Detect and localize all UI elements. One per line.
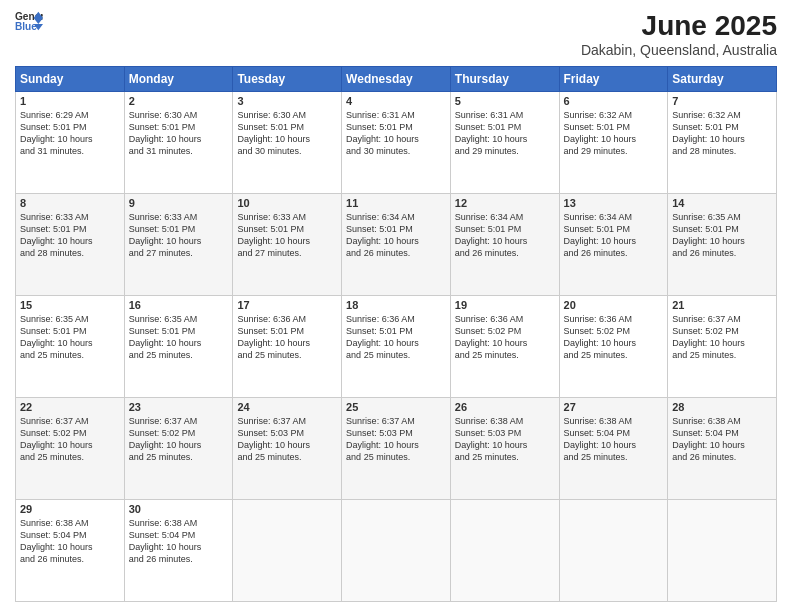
- day-number: 5: [455, 95, 555, 107]
- calendar-day-cell: 27Sunrise: 6:38 AM Sunset: 5:04 PM Dayli…: [559, 398, 668, 500]
- day-number: 29: [20, 503, 120, 515]
- day-number: 23: [129, 401, 229, 413]
- day-number: 2: [129, 95, 229, 107]
- day-info: Sunrise: 6:35 AM Sunset: 5:01 PM Dayligh…: [672, 211, 772, 260]
- day-info: Sunrise: 6:35 AM Sunset: 5:01 PM Dayligh…: [129, 313, 229, 362]
- header: General Blue June 2025 Dakabin, Queensla…: [15, 10, 777, 58]
- calendar-day-cell: 20Sunrise: 6:36 AM Sunset: 5:02 PM Dayli…: [559, 296, 668, 398]
- day-info: Sunrise: 6:33 AM Sunset: 5:01 PM Dayligh…: [237, 211, 337, 260]
- day-info: Sunrise: 6:37 AM Sunset: 5:03 PM Dayligh…: [237, 415, 337, 464]
- calendar-day-cell: [233, 500, 342, 602]
- day-info: Sunrise: 6:34 AM Sunset: 5:01 PM Dayligh…: [346, 211, 446, 260]
- day-info: Sunrise: 6:29 AM Sunset: 5:01 PM Dayligh…: [20, 109, 120, 158]
- calendar-day-cell: 22Sunrise: 6:37 AM Sunset: 5:02 PM Dayli…: [16, 398, 125, 500]
- day-info: Sunrise: 6:36 AM Sunset: 5:02 PM Dayligh…: [564, 313, 664, 362]
- day-info: Sunrise: 6:33 AM Sunset: 5:01 PM Dayligh…: [20, 211, 120, 260]
- calendar-day-cell: 3Sunrise: 6:30 AM Sunset: 5:01 PM Daylig…: [233, 92, 342, 194]
- day-number: 14: [672, 197, 772, 209]
- calendar-header-row: SundayMondayTuesdayWednesdayThursdayFrid…: [16, 67, 777, 92]
- day-info: Sunrise: 6:37 AM Sunset: 5:02 PM Dayligh…: [20, 415, 120, 464]
- calendar-day-cell: [559, 500, 668, 602]
- calendar-day-cell: [342, 500, 451, 602]
- day-number: 18: [346, 299, 446, 311]
- calendar-day-cell: [450, 500, 559, 602]
- calendar-day-cell: 24Sunrise: 6:37 AM Sunset: 5:03 PM Dayli…: [233, 398, 342, 500]
- calendar-day-cell: 15Sunrise: 6:35 AM Sunset: 5:01 PM Dayli…: [16, 296, 125, 398]
- day-info: Sunrise: 6:31 AM Sunset: 5:01 PM Dayligh…: [346, 109, 446, 158]
- day-number: 13: [564, 197, 664, 209]
- calendar-table: SundayMondayTuesdayWednesdayThursdayFrid…: [15, 66, 777, 602]
- day-info: Sunrise: 6:38 AM Sunset: 5:04 PM Dayligh…: [20, 517, 120, 566]
- calendar-day-cell: 1Sunrise: 6:29 AM Sunset: 5:01 PM Daylig…: [16, 92, 125, 194]
- day-number: 25: [346, 401, 446, 413]
- generalblue-logo-icon: General Blue: [15, 10, 43, 32]
- calendar-day-cell: 13Sunrise: 6:34 AM Sunset: 5:01 PM Dayli…: [559, 194, 668, 296]
- day-number: 10: [237, 197, 337, 209]
- day-number: 30: [129, 503, 229, 515]
- day-number: 6: [564, 95, 664, 107]
- calendar-day-cell: 23Sunrise: 6:37 AM Sunset: 5:02 PM Dayli…: [124, 398, 233, 500]
- calendar-day-cell: 6Sunrise: 6:32 AM Sunset: 5:01 PM Daylig…: [559, 92, 668, 194]
- calendar-day-cell: 10Sunrise: 6:33 AM Sunset: 5:01 PM Dayli…: [233, 194, 342, 296]
- day-number: 15: [20, 299, 120, 311]
- calendar-week-row: 8Sunrise: 6:33 AM Sunset: 5:01 PM Daylig…: [16, 194, 777, 296]
- calendar-day-cell: 14Sunrise: 6:35 AM Sunset: 5:01 PM Dayli…: [668, 194, 777, 296]
- calendar-day-cell: 2Sunrise: 6:30 AM Sunset: 5:01 PM Daylig…: [124, 92, 233, 194]
- calendar-week-row: 1Sunrise: 6:29 AM Sunset: 5:01 PM Daylig…: [16, 92, 777, 194]
- day-number: 19: [455, 299, 555, 311]
- day-number: 7: [672, 95, 772, 107]
- day-number: 28: [672, 401, 772, 413]
- day-info: Sunrise: 6:32 AM Sunset: 5:01 PM Dayligh…: [564, 109, 664, 158]
- calendar-day-cell: 9Sunrise: 6:33 AM Sunset: 5:01 PM Daylig…: [124, 194, 233, 296]
- page: General Blue June 2025 Dakabin, Queensla…: [0, 0, 792, 612]
- day-number: 3: [237, 95, 337, 107]
- day-info: Sunrise: 6:36 AM Sunset: 5:01 PM Dayligh…: [346, 313, 446, 362]
- calendar-day-cell: 5Sunrise: 6:31 AM Sunset: 5:01 PM Daylig…: [450, 92, 559, 194]
- day-info: Sunrise: 6:31 AM Sunset: 5:01 PM Dayligh…: [455, 109, 555, 158]
- day-number: 11: [346, 197, 446, 209]
- logo: General Blue: [15, 10, 43, 32]
- day-info: Sunrise: 6:33 AM Sunset: 5:01 PM Dayligh…: [129, 211, 229, 260]
- day-info: Sunrise: 6:37 AM Sunset: 5:02 PM Dayligh…: [672, 313, 772, 362]
- calendar-day-cell: 8Sunrise: 6:33 AM Sunset: 5:01 PM Daylig…: [16, 194, 125, 296]
- day-number: 16: [129, 299, 229, 311]
- calendar-day-cell: 29Sunrise: 6:38 AM Sunset: 5:04 PM Dayli…: [16, 500, 125, 602]
- day-number: 4: [346, 95, 446, 107]
- month-title: June 2025: [581, 10, 777, 42]
- calendar-day-cell: 11Sunrise: 6:34 AM Sunset: 5:01 PM Dayli…: [342, 194, 451, 296]
- calendar-day-cell: 26Sunrise: 6:38 AM Sunset: 5:03 PM Dayli…: [450, 398, 559, 500]
- day-info: Sunrise: 6:30 AM Sunset: 5:01 PM Dayligh…: [237, 109, 337, 158]
- calendar-day-cell: 17Sunrise: 6:36 AM Sunset: 5:01 PM Dayli…: [233, 296, 342, 398]
- day-info: Sunrise: 6:37 AM Sunset: 5:03 PM Dayligh…: [346, 415, 446, 464]
- day-number: 24: [237, 401, 337, 413]
- calendar-day-cell: 28Sunrise: 6:38 AM Sunset: 5:04 PM Dayli…: [668, 398, 777, 500]
- day-info: Sunrise: 6:38 AM Sunset: 5:04 PM Dayligh…: [564, 415, 664, 464]
- calendar-day-cell: 19Sunrise: 6:36 AM Sunset: 5:02 PM Dayli…: [450, 296, 559, 398]
- day-info: Sunrise: 6:38 AM Sunset: 5:03 PM Dayligh…: [455, 415, 555, 464]
- calendar-day-cell: [668, 500, 777, 602]
- location-title: Dakabin, Queensland, Australia: [581, 42, 777, 58]
- col-header-thursday: Thursday: [450, 67, 559, 92]
- calendar-week-row: 29Sunrise: 6:38 AM Sunset: 5:04 PM Dayli…: [16, 500, 777, 602]
- day-info: Sunrise: 6:37 AM Sunset: 5:02 PM Dayligh…: [129, 415, 229, 464]
- calendar-day-cell: 18Sunrise: 6:36 AM Sunset: 5:01 PM Dayli…: [342, 296, 451, 398]
- day-info: Sunrise: 6:32 AM Sunset: 5:01 PM Dayligh…: [672, 109, 772, 158]
- day-number: 21: [672, 299, 772, 311]
- day-info: Sunrise: 6:36 AM Sunset: 5:02 PM Dayligh…: [455, 313, 555, 362]
- col-header-friday: Friday: [559, 67, 668, 92]
- col-header-saturday: Saturday: [668, 67, 777, 92]
- day-info: Sunrise: 6:34 AM Sunset: 5:01 PM Dayligh…: [455, 211, 555, 260]
- col-header-sunday: Sunday: [16, 67, 125, 92]
- calendar-week-row: 22Sunrise: 6:37 AM Sunset: 5:02 PM Dayli…: [16, 398, 777, 500]
- day-number: 1: [20, 95, 120, 107]
- calendar-day-cell: 21Sunrise: 6:37 AM Sunset: 5:02 PM Dayli…: [668, 296, 777, 398]
- col-header-monday: Monday: [124, 67, 233, 92]
- svg-text:Blue: Blue: [15, 21, 37, 32]
- day-number: 8: [20, 197, 120, 209]
- day-number: 27: [564, 401, 664, 413]
- col-header-wednesday: Wednesday: [342, 67, 451, 92]
- calendar-day-cell: 7Sunrise: 6:32 AM Sunset: 5:01 PM Daylig…: [668, 92, 777, 194]
- calendar-day-cell: 16Sunrise: 6:35 AM Sunset: 5:01 PM Dayli…: [124, 296, 233, 398]
- calendar-day-cell: 30Sunrise: 6:38 AM Sunset: 5:04 PM Dayli…: [124, 500, 233, 602]
- day-number: 22: [20, 401, 120, 413]
